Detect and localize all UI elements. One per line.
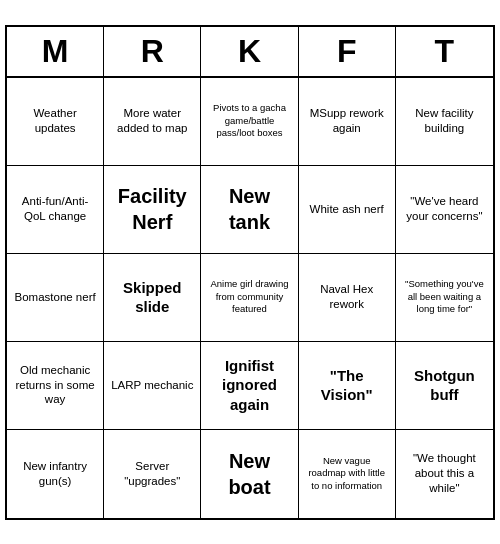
bingo-cell-19: Shotgun buff (396, 342, 493, 430)
bingo-cell-10: Bomastone nerf (7, 254, 104, 342)
bingo-cell-17: Ignifist ignored again (201, 342, 298, 430)
bingo-cell-15: Old mechanic returns in some way (7, 342, 104, 430)
bingo-cell-11: Skipped slide (104, 254, 201, 342)
bingo-cell-16: LARP mechanic (104, 342, 201, 430)
bingo-cell-1: More water added to map (104, 78, 201, 166)
bingo-cell-18: "The Vision" (299, 342, 396, 430)
bingo-cell-20: New infantry gun(s) (7, 430, 104, 518)
bingo-cell-5: Anti-fun/Anti-QoL change (7, 166, 104, 254)
bingo-cell-22: New boat (201, 430, 298, 518)
bingo-cell-21: Server "upgrades" (104, 430, 201, 518)
header-col-f: F (299, 27, 396, 76)
bingo-cell-9: "We've heard your concerns" (396, 166, 493, 254)
bingo-cell-8: White ash nerf (299, 166, 396, 254)
bingo-header: MRKFT (7, 27, 493, 78)
bingo-grid: Weather updatesMore water added to mapPi… (7, 78, 493, 518)
header-col-k: K (201, 27, 298, 76)
header-col-m: M (7, 27, 104, 76)
bingo-cell-6: Facility Nerf (104, 166, 201, 254)
bingo-cell-24: "We thought about this a while" (396, 430, 493, 518)
bingo-card: MRKFT Weather updatesMore water added to… (5, 25, 495, 520)
bingo-cell-23: New vague roadmap with little to no info… (299, 430, 396, 518)
header-col-r: R (104, 27, 201, 76)
bingo-cell-2: Pivots to a gacha game/battle pass/loot … (201, 78, 298, 166)
bingo-cell-7: New tank (201, 166, 298, 254)
bingo-cell-14: "Something you've all been waiting a lon… (396, 254, 493, 342)
bingo-cell-3: MSupp rework again (299, 78, 396, 166)
bingo-cell-0: Weather updates (7, 78, 104, 166)
bingo-cell-12: Anime girl drawing from community featur… (201, 254, 298, 342)
bingo-cell-4: New facility building (396, 78, 493, 166)
bingo-cell-13: Naval Hex rework (299, 254, 396, 342)
header-col-t: T (396, 27, 493, 76)
